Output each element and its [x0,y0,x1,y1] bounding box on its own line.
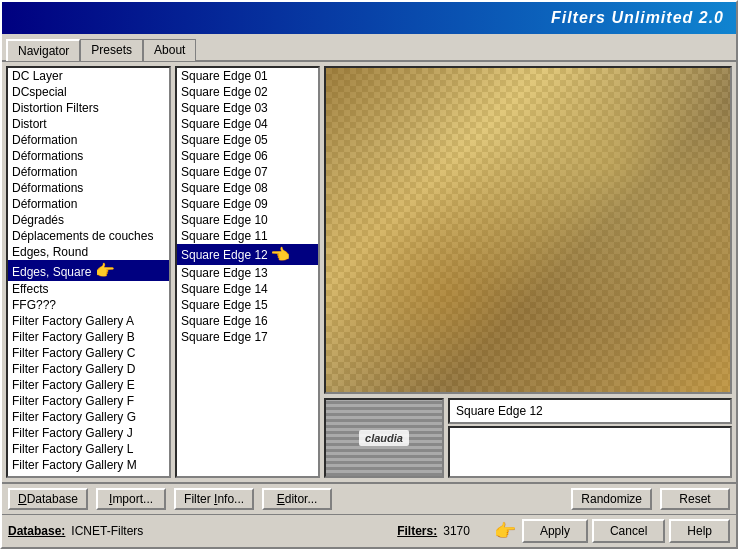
main-content: DC Layer DCspecial Distortion Filters Di… [2,62,736,482]
main-window: Filters Unlimited 2.0 Navigator Presets … [0,0,738,549]
category-item[interactable]: DCspecial [8,84,169,100]
filter-item[interactable]: Square Edge 08 [177,180,318,196]
filter-item[interactable]: Square Edge 11 [177,228,318,244]
tab-navigator[interactable]: Navigator [6,39,80,61]
database-button[interactable]: DDatabase [8,488,88,510]
apply-arrow-icon: 👉 [494,520,516,542]
filter-item[interactable]: Square Edge 14 [177,281,318,297]
category-item[interactable]: Filter Factory Gallery N [8,473,169,478]
database-value: ICNET-Filters [71,524,143,538]
reset-button[interactable]: Reset [660,488,730,510]
thumbnail-box: claudia [324,398,444,478]
import-button[interactable]: Import... [96,488,166,510]
thumbnail-label: claudia [359,430,409,446]
category-item[interactable]: Filter Factory Gallery D [8,361,169,377]
category-item[interactable]: Déplacements de couches [8,228,169,244]
category-item[interactable]: Déformations [8,180,169,196]
category-item[interactable]: Déformation [8,164,169,180]
app-title: Filters Unlimited 2.0 [551,9,724,27]
arrow-left-icon: 👈 [270,245,290,264]
filter-item-selected[interactable]: Square Edge 12 👈 [177,244,318,265]
category-item[interactable]: Déformations [8,148,169,164]
filter-item[interactable]: Square Edge 10 [177,212,318,228]
category-item[interactable]: Filter Factory Gallery M [8,457,169,473]
right-panel: claudia Square Edge 12 [324,66,732,478]
randomize-button[interactable]: Randomize [571,488,652,510]
category-item[interactable]: Dégradés [8,212,169,228]
preview-bottom: claudia Square Edge 12 [324,398,732,478]
filters-value: 3170 [443,524,470,538]
category-item[interactable]: FFG??? [8,297,169,313]
title-bar: Filters Unlimited 2.0 [2,2,736,34]
filters-label: Filters: [397,524,437,538]
cancel-button[interactable]: Cancel [592,519,665,543]
database-label: Database: [8,524,65,538]
filter-item[interactable]: Square Edge 17 [177,329,318,345]
help-button[interactable]: Help [669,519,730,543]
category-item[interactable]: Distortion Filters [8,100,169,116]
bottom-toolbar: DDatabase Import... Filter Info... Edito… [2,482,736,514]
tab-presets[interactable]: Presets [80,39,143,61]
category-item[interactable]: Filter Factory Gallery J [8,425,169,441]
category-item[interactable]: Filter Factory Gallery F [8,393,169,409]
status-database: Database: ICNET-Filters [8,524,393,538]
filter-name-display: Square Edge 12 [448,398,732,424]
filter-item[interactable]: Square Edge 03 [177,100,318,116]
category-item-selected[interactable]: Edges, Square 👉 [8,260,169,281]
tab-about[interactable]: About [143,39,196,61]
preview-main [324,66,732,394]
category-list[interactable]: DC Layer DCspecial Distortion Filters Di… [6,66,171,478]
preview-overlay [326,68,730,392]
filter-item[interactable]: Square Edge 05 [177,132,318,148]
thumbnail-inner: claudia [326,400,442,476]
filter-info-button[interactable]: Filter Info... [174,488,254,510]
category-item[interactable]: Filter Factory Gallery E [8,377,169,393]
action-bar: Database: ICNET-Filters Filters: 3170 👉 … [2,514,736,547]
filter-item[interactable]: Square Edge 02 [177,84,318,100]
category-item[interactable]: Filter Factory Gallery B [8,329,169,345]
category-item[interactable]: DC Layer [8,68,169,84]
category-item[interactable]: Filter Factory Gallery L [8,441,169,457]
status-filters: Filters: 3170 [397,524,470,538]
apply-button[interactable]: Apply [522,519,588,543]
category-item[interactable]: Distort [8,116,169,132]
tab-bar: Navigator Presets About [2,34,736,62]
filter-item[interactable]: Square Edge 06 [177,148,318,164]
filter-item[interactable]: Square Edge 13 [177,265,318,281]
category-item[interactable]: Déformation [8,196,169,212]
filter-item[interactable]: Square Edge 09 [177,196,318,212]
category-item[interactable]: Filter Factory Gallery G [8,409,169,425]
filter-item[interactable]: Square Edge 01 [177,68,318,84]
category-item[interactable]: Effects [8,281,169,297]
editor-button[interactable]: Editor... [262,488,332,510]
params-area [448,426,732,478]
filter-item[interactable]: Square Edge 16 [177,313,318,329]
category-item[interactable]: Edges, Round [8,244,169,260]
category-item[interactable]: Filter Factory Gallery C [8,345,169,361]
filter-info-box: Square Edge 12 [448,398,732,478]
filter-item[interactable]: Square Edge 07 [177,164,318,180]
filter-item[interactable]: Square Edge 04 [177,116,318,132]
filter-list[interactable]: Square Edge 01 Square Edge 02 Square Edg… [175,66,320,478]
filter-item[interactable]: Square Edge 15 [177,297,318,313]
category-item[interactable]: Filter Factory Gallery A [8,313,169,329]
arrow-right-icon: 👉 [95,261,115,280]
category-item[interactable]: Déformation [8,132,169,148]
